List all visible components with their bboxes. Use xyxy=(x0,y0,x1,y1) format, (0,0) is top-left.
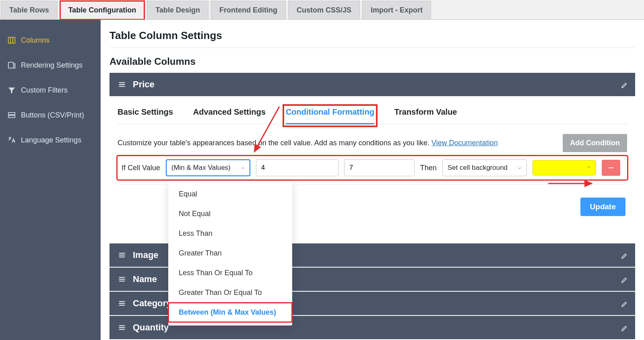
condition-row: If Cell Value (Min & Max Values) Then Se… xyxy=(118,156,627,179)
color-picker[interactable] xyxy=(533,160,596,175)
drag-handle-icon[interactable] xyxy=(118,299,126,308)
sidebar-item-label: Buttons (CSV/Print) xyxy=(21,111,84,120)
pencil-icon[interactable] xyxy=(621,81,628,88)
update-button[interactable]: Update xyxy=(580,198,625,216)
buttons-icon xyxy=(7,111,16,120)
sidebar-item-buttons[interactable]: Buttons (CSV/Print) xyxy=(0,103,101,128)
column-title: Quantity xyxy=(133,322,169,333)
min-value-input[interactable] xyxy=(256,159,339,176)
render-icon xyxy=(7,61,16,70)
help-text: Customize your table's appearances based… xyxy=(118,139,498,147)
inner-tab-transform[interactable]: Transform Value xyxy=(394,107,457,124)
column-title: Name xyxy=(133,274,157,284)
drag-handle-icon[interactable] xyxy=(118,275,126,284)
sidebar-item-rendering[interactable]: Rendering Settings xyxy=(0,53,101,78)
drag-handle-icon[interactable] xyxy=(118,80,126,89)
chevron-down-icon xyxy=(517,165,522,171)
column-inner-tabs: Basic Settings Advanced Settings Conditi… xyxy=(118,107,627,124)
sidebar-item-columns[interactable]: Columns xyxy=(0,28,101,53)
language-icon xyxy=(7,136,16,144)
add-condition-button[interactable]: Add Condition xyxy=(563,134,627,152)
section-title: Available Columns xyxy=(109,56,635,67)
inner-tab-basic[interactable]: Basic Settings xyxy=(118,107,173,124)
drag-handle-icon[interactable] xyxy=(118,251,126,260)
doc-link[interactable]: View Documentation xyxy=(431,139,498,147)
columns-icon xyxy=(7,36,16,45)
page-title: Table Column Settings xyxy=(109,29,635,48)
svg-rect-5 xyxy=(8,115,15,118)
column-title: Category xyxy=(133,298,171,309)
svg-rect-4 xyxy=(8,113,15,115)
remove-condition-button[interactable]: − xyxy=(602,160,620,176)
pencil-icon[interactable] xyxy=(621,276,628,283)
action-value: Set cell background xyxy=(448,164,508,172)
pencil-icon[interactable] xyxy=(621,251,628,259)
tab-table-rows[interactable]: Table Rows xyxy=(1,1,58,20)
tab-table-design[interactable]: Table Design xyxy=(147,1,208,20)
column-head-price[interactable]: Price xyxy=(109,73,635,96)
operator-option-lt[interactable]: Less Than xyxy=(168,224,292,243)
inner-tab-conditional[interactable]: Conditional Formatting xyxy=(286,107,374,124)
operator-option-lte[interactable]: Less Than Or Equal To xyxy=(168,263,292,283)
inner-tab-advanced[interactable]: Advanced Settings xyxy=(193,107,266,124)
sidebar-item-filters[interactable]: Custom Filters xyxy=(0,78,101,103)
svg-rect-3 xyxy=(8,62,14,68)
svg-rect-0 xyxy=(8,37,15,43)
column-title: Price xyxy=(133,79,155,90)
tab-table-configuration[interactable]: Table Configuration xyxy=(60,1,145,20)
operator-value: (Min & Max Values) xyxy=(171,164,231,172)
column-panel-body: Basic Settings Advanced Settings Conditi… xyxy=(109,96,635,241)
sidebar-item-label: Language Settings xyxy=(21,136,81,144)
operator-option-gt[interactable]: Greater Than xyxy=(168,243,292,263)
max-value-input[interactable] xyxy=(344,159,415,176)
tab-import-export[interactable]: Import - Export xyxy=(362,1,431,20)
sidebar-item-language[interactable]: Language Settings xyxy=(0,128,101,152)
operator-option-notequal[interactable]: Not Equal xyxy=(168,204,292,224)
action-select[interactable]: Set cell background xyxy=(442,159,527,176)
chevron-down-icon xyxy=(586,164,592,171)
main-panel: Table Column Settings Available Columns … xyxy=(101,20,644,340)
sidebar-item-label: Columns xyxy=(21,36,50,45)
sidebar-item-label: Custom Filters xyxy=(21,86,68,95)
operator-select[interactable]: (Min & Max Values) xyxy=(166,159,250,176)
if-label: If Cell Value xyxy=(122,164,160,172)
top-tabs: Table Rows Table Configuration Table Des… xyxy=(0,0,644,19)
operator-dropdown: Equal Not Equal Less Than Greater Than L… xyxy=(168,181,292,326)
then-label: Then xyxy=(420,164,437,172)
pencil-icon[interactable] xyxy=(621,300,628,307)
filter-icon xyxy=(7,86,16,95)
operator-option-gte[interactable]: Greater Than Or Equal To xyxy=(168,283,292,303)
config-sidebar: Columns Rendering Settings Custom Filter… xyxy=(0,20,101,340)
drag-handle-icon[interactable] xyxy=(118,323,126,332)
operator-option-between[interactable]: Between (Min & Max Values) xyxy=(168,303,292,322)
pencil-icon[interactable] xyxy=(621,324,628,331)
column-title: Image xyxy=(133,250,159,260)
chevron-up-icon xyxy=(240,165,246,171)
tab-frontend-editing[interactable]: Frontend Editing xyxy=(211,1,286,20)
sidebar-item-label: Rendering Settings xyxy=(21,61,83,70)
operator-option-equal[interactable]: Equal xyxy=(168,184,292,204)
tab-custom-css-js[interactable]: Custom CSS/JS xyxy=(288,1,360,20)
